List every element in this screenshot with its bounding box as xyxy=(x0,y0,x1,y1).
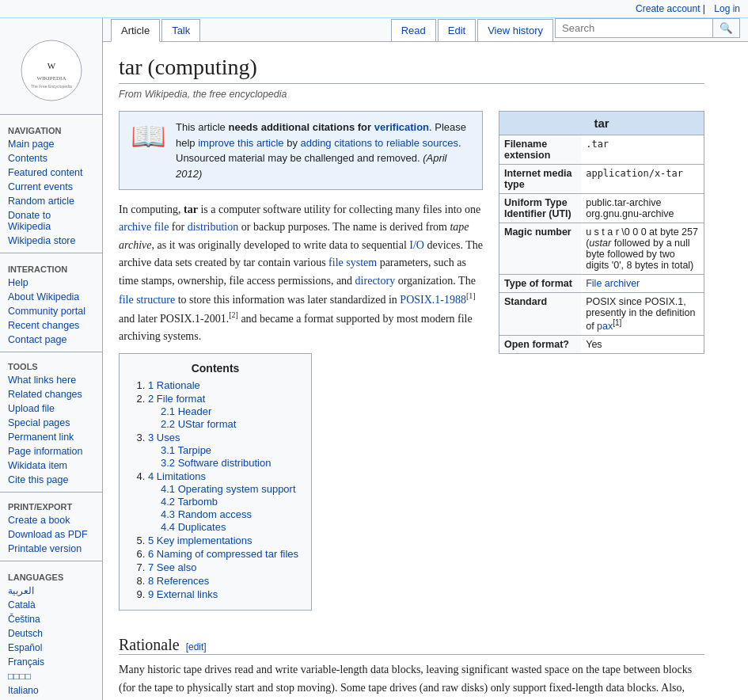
directory-link[interactable]: directory xyxy=(355,275,396,287)
lang-item-unknown1[interactable]: □□□□ xyxy=(0,669,102,683)
sidebar-divider-1 xyxy=(0,114,102,115)
lang-item-deutsch[interactable]: Deutsch xyxy=(0,626,102,641)
sidebar-item-cite[interactable]: Cite this page xyxy=(0,473,102,487)
infobox-label-open: Open format? xyxy=(499,336,581,354)
sidebar-item-related-changes[interactable]: Related changes xyxy=(0,387,102,401)
rationale-body: Many historic tape drives read and write… xyxy=(119,661,704,700)
sidebar-divider-5 xyxy=(0,561,102,561)
svg-text:W: W xyxy=(47,61,55,70)
sidebar-item-about[interactable]: About Wikipedia xyxy=(0,290,102,304)
infobox-row-media: Internet media type application/x-tar xyxy=(499,165,704,194)
create-account-link[interactable]: Create account xyxy=(636,3,700,14)
archive-file-link[interactable]: archive file xyxy=(119,221,169,233)
page-subtitle: From Wikipedia, the free encyclopedia xyxy=(119,89,704,100)
posix-link[interactable]: POSIX.1-1988 xyxy=(400,294,466,306)
citations-link[interactable]: adding citations to reliable sources xyxy=(301,137,458,149)
print-section: Print/export Create a book Download as P… xyxy=(0,499,102,556)
toc-list: 1 Rationale 2 File format 2.1 Header 2.2… xyxy=(132,379,298,600)
lang-item-espanol[interactable]: Español xyxy=(0,641,102,655)
notice-box: 📖 This article needs additional citation… xyxy=(119,111,483,190)
infobox-title: tar xyxy=(499,112,704,135)
sidebar-item-community-portal[interactable]: Community portal xyxy=(0,304,102,318)
infobox-label-filename: Filename extension xyxy=(499,135,581,165)
sidebar-item-donate[interactable]: Donate to Wikipedia xyxy=(0,208,102,234)
toc-item-8: 8 References xyxy=(148,575,298,587)
rationale-section-title: Rationale [edit] xyxy=(119,636,704,655)
sidebar-item-what-links[interactable]: What links here xyxy=(0,373,102,387)
sidebar-item-permanent-link[interactable]: Permanent link xyxy=(0,430,102,444)
infobox-value-open: Yes xyxy=(581,336,704,354)
sidebar-item-download-pdf[interactable]: Download as PDF xyxy=(0,527,102,542)
sidebar-divider-2 xyxy=(0,253,102,253)
tools-section: Tools What links here Related changes Up… xyxy=(0,359,102,487)
infobox-label-media: Internet media type xyxy=(499,165,581,194)
verification-link[interactable]: verification xyxy=(374,121,429,133)
search-input[interactable] xyxy=(555,18,713,38)
sidebar-item-random-article[interactable]: Random article xyxy=(0,194,102,208)
toc-item-4-1: 4.1 Operating system support xyxy=(161,483,298,495)
sidebar-item-contact[interactable]: Contact page xyxy=(0,333,102,347)
improve-article-link[interactable]: improve this article xyxy=(198,137,283,149)
lang-item-italiano[interactable]: Italiano xyxy=(0,683,102,698)
distribution-link[interactable]: distribution xyxy=(188,221,239,233)
rationale-edit-link[interactable]: [edit] xyxy=(186,641,207,652)
sidebar-item-store[interactable]: Wikipedia store xyxy=(0,234,102,248)
sidebar-item-upload-file[interactable]: Upload file xyxy=(0,401,102,416)
toc-item-7: 7 See also xyxy=(148,561,298,573)
toc-item-4: 4 Limitations 4.1 Operating system suppo… xyxy=(148,470,298,533)
toc-item-6: 6 Naming of compressed tar files xyxy=(148,548,298,560)
tools-title: Tools xyxy=(0,359,102,373)
toc-item-2: 2 File format 2.1 Header 2.2 UStar forma… xyxy=(148,393,298,430)
sidebar-item-current-events[interactable]: Current events xyxy=(0,180,102,194)
sidebar-item-featured-content[interactable]: Featured content xyxy=(0,165,102,180)
sidebar-item-create-book[interactable]: Create a book xyxy=(0,513,102,527)
notice-icon: 📖 xyxy=(131,120,166,153)
tab-article[interactable]: Article xyxy=(111,19,160,42)
infobox-row-filename: Filename extension .tar xyxy=(499,135,704,165)
toc-item-3-2: 3.2 Software distribution xyxy=(161,457,298,469)
sidebar-item-help[interactable]: Help xyxy=(0,276,102,290)
page-title: tar (computing) xyxy=(119,55,704,84)
interaction-title: Interaction xyxy=(0,261,102,276)
tab-read[interactable]: Read xyxy=(391,19,436,41)
toc-item-4-2: 4.2 Tarbomb xyxy=(161,496,298,508)
infobox-label-uti: Uniform Type Identifier (UTI) xyxy=(499,194,581,223)
sidebar-item-page-info[interactable]: Page information xyxy=(0,444,102,458)
infobox-value-magic: u s t a r \0 0 0 at byte 257 (ustar foll… xyxy=(581,223,704,275)
infobox-value-uti: public.tar-archiveorg.gnu.gnu-archive xyxy=(581,194,704,223)
sidebar-item-main-page[interactable]: Main page xyxy=(0,137,102,151)
infobox: tar Filename extension .tar Internet med… xyxy=(499,111,704,354)
nav-title: Navigation xyxy=(0,123,102,137)
lang-item-francais[interactable]: Français xyxy=(0,655,102,669)
tab-edit[interactable]: Edit xyxy=(438,19,476,41)
search-button[interactable]: 🔍 xyxy=(713,18,740,38)
lang-item-cestina[interactable]: Čeština xyxy=(0,612,102,626)
filesystem-link[interactable]: file system xyxy=(328,257,377,268)
infobox-label-type: Type of format xyxy=(499,275,581,293)
sidebar-item-printable[interactable]: Printable version xyxy=(0,542,102,556)
io-link[interactable]: I/O xyxy=(409,239,424,251)
toc-item-2-1: 2.1 Header xyxy=(161,405,298,417)
file-structure-link[interactable]: file structure xyxy=(119,294,175,306)
sidebar-item-wikidata[interactable]: Wikidata item xyxy=(0,458,102,473)
toc-item-9: 9 External links xyxy=(148,588,298,600)
notice-text: This article needs additional citations … xyxy=(176,120,471,181)
toc-title: Contents xyxy=(132,362,298,375)
logo-section: W WIKIPEDIA The Free Encyclopedia xyxy=(0,34,102,109)
lang-item-arabic[interactable]: العربية xyxy=(0,584,102,598)
svg-point-0 xyxy=(21,40,82,101)
sidebar-item-special-pages[interactable]: Special pages xyxy=(0,416,102,430)
tab-view-history[interactable]: View history xyxy=(477,19,553,41)
tab-talk[interactable]: Talk xyxy=(161,19,200,41)
sidebar-item-contents[interactable]: Contents xyxy=(0,151,102,165)
page-tabs: Article Talk Read Edit View history 🔍 xyxy=(103,18,748,42)
infobox-row-open: Open format? Yes xyxy=(499,336,704,354)
lang-item-catala[interactable]: Català xyxy=(0,598,102,612)
sidebar-item-recent-changes[interactable]: Recent changes xyxy=(0,318,102,333)
toc-item-2-2: 2.2 UStar format xyxy=(161,418,298,430)
main-content: tar (computing) From Wikipedia, the free… xyxy=(103,42,720,700)
infobox-value-filename: .tar xyxy=(581,135,704,165)
log-in-link[interactable]: Log in xyxy=(714,3,740,14)
rationale-heading: Rationale xyxy=(119,636,180,654)
svg-text:The Free Encyclopedia: The Free Encyclopedia xyxy=(31,84,72,89)
